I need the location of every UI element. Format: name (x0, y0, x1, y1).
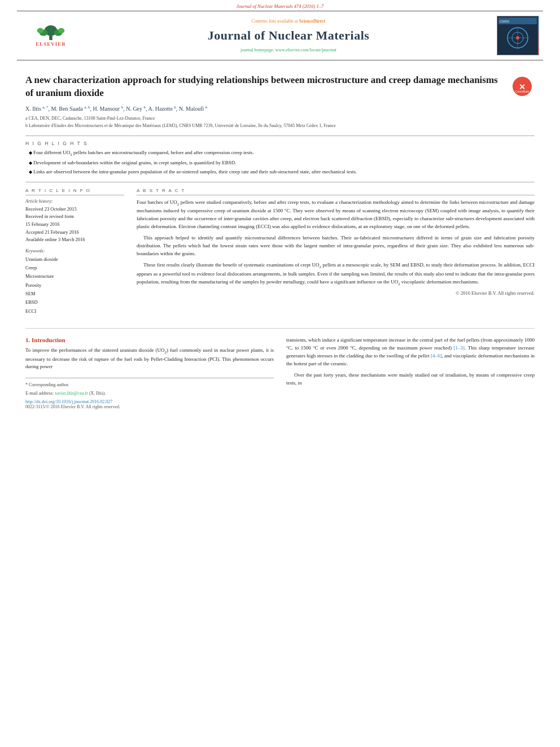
history-label: Article history: (25, 199, 124, 204)
authors-line: X. Iltis a, *, M. Ben Saada a, b, H. Man… (25, 104, 535, 113)
footer-copyright: 0022-3115/© 2016 Elsevier B.V. All right… (25, 404, 274, 409)
keyword-3: Microstructure (25, 272, 124, 281)
abstract-section: Four batches of UO2 pellets were studied… (137, 199, 535, 296)
corresponding-author-note: * Corresponding author. (25, 382, 274, 388)
email-note: E-mail address: xavier.iltis@cea.fr (X. … (25, 390, 274, 397)
keyword-5: SEM (25, 290, 124, 298)
journal-cover-image: CNRS (497, 16, 539, 55)
journal-title: Journal of Nuclear Materials (85, 28, 492, 43)
highlights-title: H I G H L I G H T S (25, 141, 535, 146)
intro-section-heading: 1. Introduction (25, 337, 274, 343)
affiliations: a CEA, DEN, DEC, Cadarache, 13108 Saint-… (25, 115, 535, 130)
svg-text:CrossMark: CrossMark (515, 90, 530, 93)
journal-homepage-line: journal homepage: www.elsevier.com/locat… (85, 47, 492, 53)
journal-cover: CNRS (492, 16, 543, 55)
highlights-section: H I G H L I G H T S Four different UO2 p… (25, 136, 535, 182)
introduction-section: 1. Introduction To improve the performan… (25, 337, 535, 410)
keyword-4: Porosity (25, 281, 124, 290)
introduction-right-col: transients, which induce a significant t… (286, 337, 535, 410)
email-suffix: (X. Iltis). (89, 391, 106, 396)
received-revised-label: Received in revised form (25, 213, 124, 221)
introduction-left-col: 1. Introduction To improve the performan… (25, 337, 274, 410)
page: Journal of Nuclear Materials 474 (2016) … (0, 0, 560, 747)
revised-date: 15 February 2016 (25, 221, 124, 229)
intro-para-left-1: To improve the performances of the sinte… (25, 347, 274, 372)
abstract-para-1: Four batches of UO2 pellets were studied… (137, 199, 535, 231)
sciencedirect-name[interactable]: ScienceDirect (299, 19, 326, 24)
journal-citation-text: Journal of Nuclear Materials 474 (2016) … (237, 3, 323, 9)
highlight-item-1: Four different UO2 pellets batches are m… (33, 149, 535, 158)
affiliation-b: b Laboratoire d'Etudes des Microstructur… (25, 123, 535, 130)
intro-para-right-1: transients, which induce a significant t… (286, 337, 535, 368)
keyword-1: Uranium dioxide (25, 255, 124, 264)
intro-section-number: 1. (25, 337, 30, 343)
affiliation-a: a CEA, DEN, DEC, Cadarache, 13108 Saint-… (25, 115, 535, 123)
accepted-date: Accepted 21 February 2016 (25, 229, 124, 237)
abstract-para-3: These first results clearly illustrate t… (137, 261, 535, 287)
highlight-item-3: Links are observed between the intra-gra… (33, 168, 535, 176)
sciencedirect-line: Contents lists available at ScienceDirec… (85, 19, 492, 24)
highlight-item-2: Development of sub-boundaries within the… (33, 159, 535, 167)
abstract-para-2: This approach helped to identify and qua… (137, 234, 535, 258)
keywords-label: Keywords: (25, 248, 124, 254)
elsevier-tree-icon (34, 24, 68, 40)
abstract-column: A B S T R A C T Four batches of UO2 pell… (137, 188, 535, 320)
doi-line[interactable]: http://dx.doi.org/10.1016/j.jnucmat.2016… (25, 399, 274, 404)
received-date: Received 23 October 2015 (25, 206, 124, 213)
corresponding-label: * Corresponding author. (25, 382, 69, 387)
main-content: A new characterization approach for stud… (0, 60, 560, 415)
crossmark-logo: ✕ CrossMark (512, 76, 535, 98)
journal-title-section: Contents lists available at ScienceDirec… (85, 16, 492, 55)
homepage-prefix: journal homepage: (240, 47, 275, 53)
keywords-group: Keywords: Uranium dioxide Creep Microstr… (25, 248, 124, 316)
keyword-6: EBSD (25, 298, 124, 307)
intro-section-title: Introduction (32, 337, 65, 343)
footnote-area: * Corresponding author. E-mail address: … (25, 378, 274, 409)
journal-citation: Journal of Nuclear Materials 474 (2016) … (0, 0, 560, 11)
homepage-url[interactable]: www.elsevier.com/locate/jnucmat (275, 47, 336, 53)
article-info-column: A R T I C L E I N F O Article history: R… (25, 188, 124, 320)
available-online-date: Available online 3 March 2016 (25, 236, 124, 244)
article-info-abstract-section: A R T I C L E I N F O Article history: R… (25, 188, 535, 320)
abstract-text: Four batches of UO2 pellets were studied… (137, 199, 535, 287)
intro-para-right-2: Over the past forty years, these mechani… (286, 372, 535, 387)
abstract-heading: A B S T R A C T (137, 188, 535, 195)
journal-header: ELSEVIER Contents lists available at Sci… (17, 11, 543, 60)
svg-point-4 (37, 28, 43, 33)
journal-logo-section: ELSEVIER (17, 16, 85, 55)
sciencedirect-prefix: Contents lists available at (252, 19, 299, 24)
intro-text-right: transients, which induce a significant t… (286, 337, 535, 387)
article-title-section: A new characterization approach for stud… (25, 74, 535, 100)
svg-text:CNRS: CNRS (500, 20, 509, 23)
abstract-copyright: © 2016 Elsevier B.V. All rights reserved… (137, 290, 535, 296)
section-divider (25, 328, 535, 329)
ref-1-3[interactable]: [1–3] (454, 345, 465, 351)
svg-point-5 (58, 28, 64, 33)
email-label: E-mail address: (25, 391, 54, 396)
keyword-7: ECCI (25, 307, 124, 316)
intro-text-left: To improve the performances of the sinte… (25, 347, 274, 372)
doi-url[interactable]: http://dx.doi.org/10.1016/j.jnucmat.2016… (25, 399, 112, 404)
article-title: A new characterization approach for stud… (25, 74, 506, 100)
email-link[interactable]: xavier.iltis@cea.fr (55, 391, 88, 396)
ref-4-6[interactable]: [4–6] (431, 353, 442, 359)
keyword-2: Creep (25, 264, 124, 272)
keywords-list: Uranium dioxide Creep Microstructure Por… (25, 255, 124, 316)
elsevier-wordmark: ELSEVIER (36, 41, 66, 47)
article-history-group: Article history: Received 23 October 201… (25, 199, 124, 244)
article-info-heading: A R T I C L E I N F O (25, 188, 124, 195)
